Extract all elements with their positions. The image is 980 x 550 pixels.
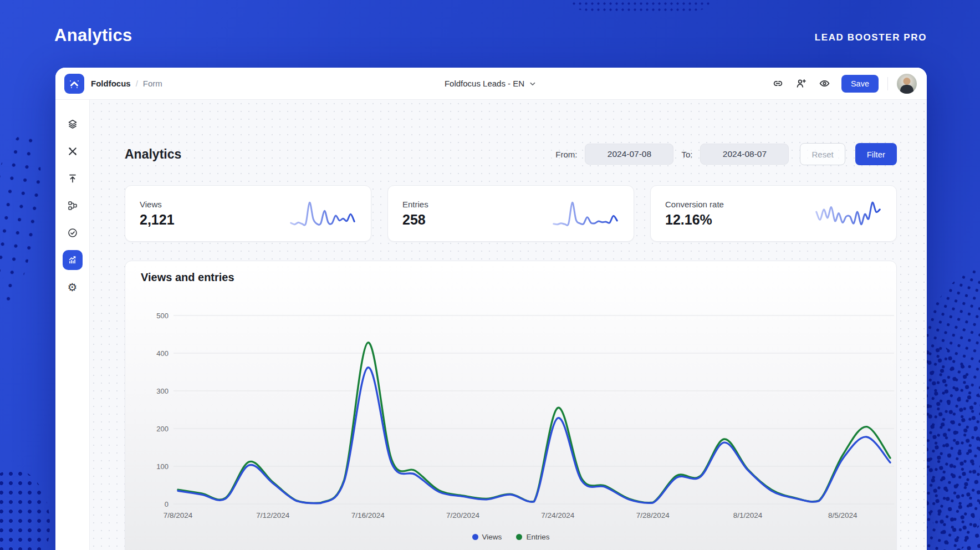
views-legend-label: Views [482,533,502,541]
design-tools-icon [67,146,78,157]
chevron-up-dots-icon [68,78,80,90]
check-circle-icon [67,227,78,238]
views-sparkline [289,197,356,230]
app-header: Foldfocus / Form Foldfocus Leads - EN [55,68,927,100]
entries-legend-label: Entries [526,533,549,541]
svg-text:400: 400 [156,349,169,358]
save-button[interactable]: Save [841,75,879,93]
copy-link-button[interactable] [769,75,787,93]
svg-text:8/1/2024: 8/1/2024 [733,511,763,520]
form-selector-label: Foldfocus Leads - EN [445,79,524,88]
views-stat-label: Views [140,200,175,209]
entries-stat-card: Entries 258 [387,185,634,242]
views-entries-chart-card: Views and entries 01002003004005007/8/20… [125,261,897,550]
svg-text:200: 200 [156,425,169,433]
halftone-dots-bottom-left [0,469,50,550]
header-divider [887,77,888,90]
sidebar-item-validation[interactable] [63,223,83,243]
app-window: Foldfocus / Form Foldfocus Leads - EN [55,68,927,550]
header-actions: Save [769,74,917,94]
conversion-sparkline [814,197,882,230]
to-label: To: [681,150,692,159]
breadcrumb: Foldfocus / Form [91,79,162,88]
stats-row: Views 2,121 Entries 258 Conversion rate [125,185,897,242]
legend-item-views[interactable]: Views [472,533,502,541]
user-avatar[interactable] [897,74,917,94]
preview-button[interactable] [816,75,834,93]
svg-text:500: 500 [156,312,169,320]
svg-text:0: 0 [165,500,169,508]
add-person-icon [795,78,807,89]
breadcrumb-app[interactable]: Foldfocus [91,79,131,88]
analytics-icon [67,254,78,266]
halftone-dots-top [571,0,710,13]
foldfocus-logo[interactable] [64,74,84,94]
heading-row: Analytics From: To: Reset Filter [125,136,897,172]
chart-legend: Views Entries [125,533,896,541]
to-date-input[interactable] [700,144,789,165]
workflow-icon [67,200,78,211]
svg-text:7/8/2024: 7/8/2024 [164,511,193,520]
analytics-content: Analytics From: To: Reset Filter Views 2… [90,100,927,550]
views-legend-dot [472,534,478,540]
svg-text:100: 100 [156,462,169,471]
eye-icon [819,78,830,89]
analytics-page: { "banner": { "title": "Analytics", "bra… [0,0,980,550]
layers-icon [67,119,78,130]
sidebar: ⚙ [55,100,90,550]
form-selector[interactable]: Foldfocus Leads - EN [445,79,538,89]
sidebar-item-workflow[interactable] [63,196,83,216]
svg-text:7/20/2024: 7/20/2024 [446,511,480,520]
views-entries-chart: 01002003004005007/8/20247/12/20247/16/20… [125,261,896,550]
entries-legend-dot [516,534,522,540]
date-filters: From: To: Reset Filter [555,143,897,165]
entries-stat-label: Entries [402,200,428,209]
from-date-input[interactable] [585,144,673,165]
views-stat-card: Views 2,121 [125,185,371,242]
legend-item-entries[interactable]: Entries [516,533,549,541]
views-stat-value: 2,121 [140,212,175,228]
chevron-down-icon [528,79,538,89]
gear-icon: ⚙ [68,282,78,293]
svg-text:300: 300 [156,387,169,395]
entries-stat-text: Entries 258 [402,200,428,228]
reset-button[interactable]: Reset [800,143,845,165]
sidebar-item-design[interactable] [63,141,83,161]
invite-user-button[interactable] [793,75,810,93]
publish-icon [67,173,78,184]
svg-text:7/12/2024: 7/12/2024 [256,511,290,520]
filter-button[interactable]: Filter [855,143,897,165]
link-icon [772,78,784,89]
halftone-dots-left [0,129,48,317]
page-title: Analytics [125,147,181,162]
entries-sparkline [552,197,619,230]
conversion-stat-text: Conversion rate 12.16% [665,200,724,228]
views-stat-text: Views 2,121 [140,200,175,228]
svg-text:7/24/2024: 7/24/2024 [541,511,575,520]
svg-text:7/16/2024: 7/16/2024 [351,511,385,520]
breadcrumb-separator: / [136,79,138,88]
conversion-stat-card: Conversion rate 12.16% [650,185,897,242]
entries-stat-value: 258 [402,212,428,228]
sidebar-item-analytics[interactable] [63,250,83,270]
svg-text:8/5/2024: 8/5/2024 [828,511,858,520]
conversion-stat-label: Conversion rate [665,200,724,209]
sidebar-item-settings[interactable]: ⚙ [63,277,83,297]
sidebar-item-layers[interactable] [63,114,83,134]
svg-text:7/28/2024: 7/28/2024 [636,511,670,520]
conversion-stat-value: 12.16% [665,212,724,228]
brand-name: LEAD BOOSTER PRO [815,32,927,43]
sidebar-item-publish[interactable] [63,169,83,189]
from-label: From: [555,150,577,159]
app-body: ⚙ Analytics From: To: Reset Filter [55,100,927,550]
breadcrumb-page[interactable]: Form [143,79,162,88]
banner-title: Analytics [54,26,132,45]
